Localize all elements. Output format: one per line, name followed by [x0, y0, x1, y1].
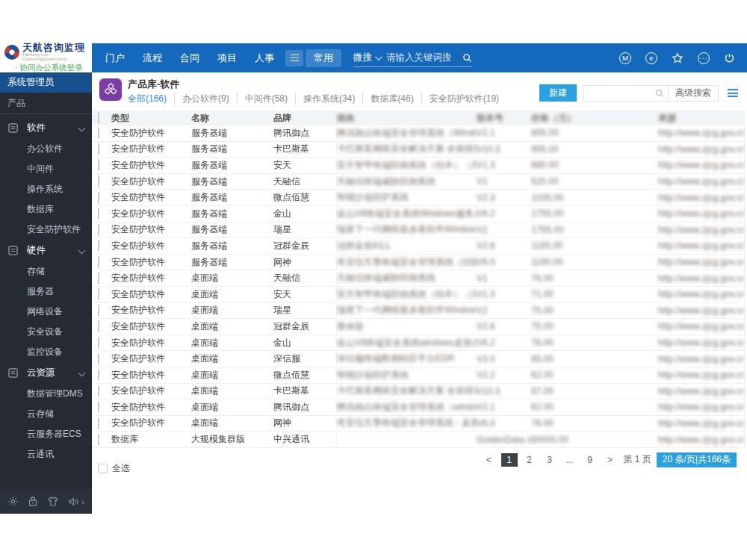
row-checkbox[interactable] — [98, 240, 99, 252]
page-size-info[interactable]: 20 条/页|共166条 — [657, 452, 737, 467]
sidebar-item-中间件[interactable]: 中间件 — [0, 159, 92, 179]
sidebar-item-监控设备[interactable]: 监控设备 — [0, 342, 92, 362]
next-page-button[interactable]: > — [602, 453, 619, 467]
row-checkbox[interactable] — [98, 305, 99, 317]
search-scope-dropdown[interactable]: 微搜 — [353, 52, 386, 64]
table-row[interactable]: 安全防护软件服务器端安天安天智甲终端防御系统（恒丰）（3F）- 反病毒软件V1.… — [92, 158, 744, 174]
list-view-toggle-icon[interactable] — [728, 89, 738, 97]
sidebar-item-云通讯[interactable]: 云通讯 — [0, 444, 92, 464]
table-row[interactable]: 安全防护软件服务器端腾讯御点腾讯御点终端安全管理系统（Windows版）V2.1… — [92, 125, 744, 142]
sidebar-role-header[interactable]: 系统管理员 — [0, 72, 92, 93]
row-checkbox[interactable] — [98, 175, 99, 187]
filter-tab-数据库(46)[interactable]: 数据库(46) — [363, 93, 421, 105]
table-row[interactable]: 安全防护软件服务器端网神奇安信天擎终端安全管理系统（旧版网神）V6.01190.… — [92, 255, 744, 271]
filter-tab-操作系统(34)[interactable]: 操作系统(34) — [296, 93, 363, 105]
row-checkbox[interactable] — [98, 385, 99, 397]
sidebar-item-办公软件[interactable]: 办公软件 — [0, 139, 92, 159]
sidebar-item-网络设备[interactable]: 网络设备 — [0, 302, 92, 322]
row-checkbox[interactable] — [98, 369, 99, 381]
row-checkbox[interactable] — [98, 417, 99, 429]
filter-tab-办公软件(9)[interactable]: 办公软件(9) — [175, 93, 238, 105]
filter-tab-中间件(58)[interactable]: 中间件(58) — [238, 93, 296, 105]
row-checkbox[interactable] — [98, 127, 99, 139]
table-row[interactable]: 安全防护软件桌面端微点佰慧智能沙箱防护系统V2.262.00http://www… — [92, 367, 744, 384]
row-checkbox[interactable] — [98, 192, 99, 204]
sidebar-item-存储[interactable]: 存储 — [0, 261, 92, 281]
table-row[interactable]: 安全防护软件桌面端金山金山V8终端安全系统windows桌面企业版V6.276.… — [92, 335, 744, 352]
table-row[interactable]: 安全防护软件桌面端瑞星瑞星下一代网络版杀毒软件Windows客户端版V275.0… — [92, 303, 744, 320]
sidebar-section-product[interactable]: 产品 — [0, 93, 92, 114]
sidebar-item-云服务器ECS[interactable]: 云服务器ECS — [0, 424, 92, 444]
select-all-control[interactable]: 全选 — [98, 462, 130, 475]
favorite-star-icon[interactable] — [672, 52, 684, 64]
table-search-input[interactable] — [583, 86, 668, 101]
search-icon[interactable] — [462, 53, 472, 63]
page-button-2[interactable]: 2 — [521, 453, 538, 467]
message-icon[interactable]: M — [619, 52, 631, 64]
sidebar-group-硬件[interactable]: 硬件 — [0, 240, 92, 261]
sidebar-item-云存储[interactable]: 云存储 — [0, 404, 92, 424]
row-checkbox[interactable] — [98, 434, 99, 446]
table-row[interactable]: 安全防护软件桌面端卡巴斯基卡巴斯基网络安全解决方案 全面级别防护（标... - … — [92, 384, 744, 400]
lock-icon[interactable] — [28, 496, 38, 507]
row-checkbox[interactable] — [98, 143, 99, 155]
table-row[interactable]: 安全防护软件桌面端深信服深信服终端检测响应平台EDRV3.085.00http:… — [92, 351, 744, 367]
table-row[interactable]: 安全防护软件桌面端冠群金辰整体版V2.675.00http://www.zjcg… — [92, 319, 744, 335]
table-row[interactable]: 安全防护软件桌面端网神奇安信天擎终端安全管理系统 - 桌面版 -V6.076.0… — [92, 416, 744, 432]
tab-changyong[interactable]: 常用 — [306, 49, 341, 67]
sidebar-item-服务器[interactable]: 服务器 — [0, 281, 92, 302]
table-row[interactable]: 安全防护软件桌面端安天安天智甲终端防御系统（恒丰）（3F）- 反病毒软件V1.3… — [92, 287, 744, 303]
table-row[interactable]: 安全防护软件服务器端瑞星瑞星下一代网络版杀毒软件Windows服务器版V2175… — [92, 223, 744, 239]
prev-page-button[interactable]: < — [481, 453, 498, 467]
select-all-header-checkbox[interactable] — [98, 112, 99, 124]
filter-tab-安全防护软件(19)[interactable]: 安全防护软件(19) — [422, 93, 506, 105]
row-checkbox[interactable] — [98, 159, 99, 171]
reply-icon[interactable]: e — [645, 52, 657, 64]
filter-tab-全部(166)[interactable]: 全部(166) — [128, 93, 175, 105]
advanced-search-button[interactable]: 高级搜索 — [668, 86, 718, 101]
nav-item-人事[interactable]: 人事 — [246, 52, 283, 65]
row-checkbox[interactable] — [98, 256, 99, 268]
page-button-9[interactable]: 9 — [582, 453, 598, 467]
theme-shirt-icon[interactable] — [47, 496, 59, 507]
nav-item-门户[interactable]: 门户 — [96, 52, 134, 65]
sidebar-item-数据管理DMS[interactable]: 数据管理DMS — [0, 384, 92, 404]
collapse-arrow-icon[interactable]: ‹ — [81, 497, 84, 506]
volume-icon[interactable] — [68, 497, 79, 507]
page-jump-label[interactable]: 第 1 页 — [624, 453, 651, 466]
new-button[interactable]: 新建 — [539, 84, 577, 102]
table-row[interactable]: 数据库大规模集群版中兴通讯GoldenData s...50000.00http… — [92, 432, 744, 448]
nav-item-流程[interactable]: 流程 — [134, 52, 171, 65]
row-checkbox[interactable] — [98, 273, 99, 284]
more-icon[interactable]: ··· — [698, 52, 710, 64]
sidebar-item-安全设备[interactable]: 安全设备 — [0, 322, 92, 342]
power-icon[interactable] — [724, 52, 735, 63]
sidebar-item-操作系统[interactable]: 操作系统 — [0, 179, 92, 199]
row-checkbox[interactable] — [98, 353, 99, 365]
current-page-button[interactable]: 1 — [501, 453, 518, 467]
row-checkbox[interactable] — [98, 337, 99, 349]
table-row[interactable]: 安全防护软件服务器端金山金山V8终端安全系统Windows服务器企业版V6.21… — [92, 206, 744, 223]
sidebar-group-云资源[interactable]: 云资源 — [0, 362, 92, 384]
row-checkbox[interactable] — [98, 208, 99, 220]
table-row[interactable]: 安全防护软件服务器端微点佰慧智能沙箱防护系统V2.31035.00http://… — [92, 190, 744, 206]
sidebar-item-安全防护软件[interactable]: 安全防护软件 — [0, 220, 92, 240]
nav-item-合同[interactable]: 合同 — [171, 52, 208, 65]
select-all-checkbox[interactable] — [98, 464, 108, 473]
row-checkbox[interactable] — [98, 288, 99, 300]
search-input[interactable]: 请输入关键词搜 — [386, 52, 458, 64]
page-button-3[interactable]: 3 — [542, 453, 558, 467]
row-checkbox[interactable] — [98, 320, 99, 332]
table-row[interactable]: 安全防护软件服务器端卡巴斯基卡巴斯基网络安全解决方案 全面级别防护（实...V1… — [92, 142, 744, 158]
nav-item-项目[interactable]: 项目 — [208, 52, 246, 65]
table-row[interactable]: 安全防护软件服务器端天融信天融信终端威胁防御系统V1520.00http://w… — [92, 174, 744, 190]
table-row[interactable]: 安全防护软件桌面端腾讯御点腾讯御点终端安全管理系统（windows版）V2.1版… — [92, 399, 744, 416]
settings-gear-icon[interactable] — [7, 496, 19, 507]
row-checkbox[interactable] — [98, 224, 99, 236]
row-checkbox[interactable] — [98, 401, 99, 413]
table-row[interactable]: 安全防护软件服务器端冠群金辰冠群金辰KILLV2.61165.00http://… — [92, 238, 744, 255]
sidebar-group-软件[interactable]: 软件 — [0, 117, 92, 139]
table-row[interactable]: 安全防护软件桌面端天融信天融信终端威胁防御系统V176.00http://www… — [92, 270, 744, 287]
nav-menu-button[interactable] — [285, 50, 303, 66]
sidebar-item-数据库[interactable]: 数据库 — [0, 199, 92, 220]
